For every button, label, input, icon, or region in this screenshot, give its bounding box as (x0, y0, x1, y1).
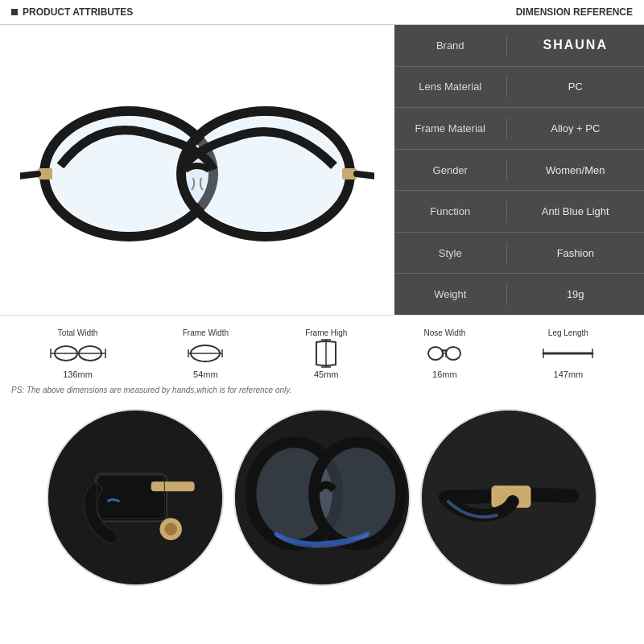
attribute-value: Anti Blue Light (507, 200, 645, 222)
attribute-row: Lens MaterialPC (394, 67, 644, 109)
dimension-label: Frame High (305, 328, 347, 337)
dimension-value: 54mm (193, 369, 218, 379)
svg-rect-28 (151, 481, 195, 491)
dimension-value: 136mm (63, 369, 93, 379)
glasses-image-area (0, 25, 394, 315)
dimension-item: Leg Length 147mm (542, 328, 594, 379)
attribute-row: BrandSHAUNA (394, 25, 644, 67)
header: PRODUCT ATTRIBUTES DIMENSION REFERENCE (0, 0, 644, 25)
attribute-label: Function (394, 200, 507, 222)
svg-point-30 (164, 522, 177, 535)
attribute-row: FunctionAnti Blue Light (394, 191, 644, 233)
attribute-label: Weight (394, 283, 507, 305)
svg-rect-27 (96, 474, 167, 522)
svg-point-19 (446, 347, 460, 360)
attribute-label: Gender (394, 159, 507, 181)
dimensions-section: Total Width 136mmFrame Width 54mmFrame H… (0, 315, 644, 402)
attributes-table: BrandSHAUNALens MaterialPCFrame Material… (394, 25, 644, 315)
attribute-value: PC (507, 76, 645, 97)
dimension-value: 16mm (432, 369, 457, 379)
attribute-value: Women/Men (507, 159, 645, 181)
ps-note: PS: The above dimensions are measured by… (11, 382, 633, 399)
dimension-item: Frame Width 54mm (183, 328, 229, 379)
dimension-label: Total Width (58, 328, 97, 337)
dimension-value: 45mm (314, 369, 339, 379)
attribute-row: StyleFashion (394, 233, 644, 275)
frame_high-icon (312, 341, 341, 366)
attribute-value: Alloy + PC (507, 118, 645, 139)
attribute-label: Frame Material (394, 118, 507, 139)
attribute-label: Brand (394, 35, 507, 56)
page: PRODUCT ATTRIBUTES DIMENSION REFERENCE (0, 0, 644, 644)
glasses-illustration (20, 57, 374, 283)
photo-hinge-detail (47, 409, 224, 586)
header-dot-icon (11, 9, 18, 15)
header-left: PRODUCT ATTRIBUTES (11, 6, 133, 18)
dimensions-icons-row: Total Width 136mmFrame Width 54mmFrame H… (11, 324, 633, 382)
top-section: BrandSHAUNALens MaterialPCFrame Material… (0, 25, 644, 315)
attribute-label: Style (394, 242, 507, 264)
attribute-row: Frame MaterialAlloy + PC (394, 108, 644, 150)
header-right-label: DIMENSION REFERENCE (516, 6, 633, 18)
dimension-label: Leg Length (548, 328, 588, 337)
dimension-label: Nose Width (424, 328, 466, 337)
attribute-row: GenderWomen/Men (394, 150, 644, 192)
dimension-value: 147mm (554, 369, 584, 379)
attribute-row: Weight19g (394, 274, 644, 315)
header-left-label: PRODUCT ATTRIBUTES (23, 6, 133, 18)
photo-temple-detail (420, 409, 597, 586)
dimension-item: Frame High 45mm (305, 328, 347, 379)
svg-point-36 (320, 448, 395, 539)
photos-section (0, 402, 644, 644)
total_width-icon (50, 341, 106, 366)
attribute-label: Lens Material (394, 76, 507, 97)
dimension-item: Nose Width 16mm (424, 328, 466, 379)
svg-point-18 (428, 347, 443, 360)
nose_width-icon (427, 341, 461, 366)
photo-bridge-detail (233, 409, 411, 586)
frame_width-icon (185, 341, 225, 366)
attribute-value: Fashion (507, 242, 645, 264)
leg_length-icon (542, 341, 594, 366)
dimension-item: Total Width 136mm (50, 328, 106, 379)
attribute-value: 19g (507, 283, 645, 305)
attribute-value: SHAUNA (507, 33, 645, 57)
dimension-label: Frame Width (183, 328, 229, 337)
